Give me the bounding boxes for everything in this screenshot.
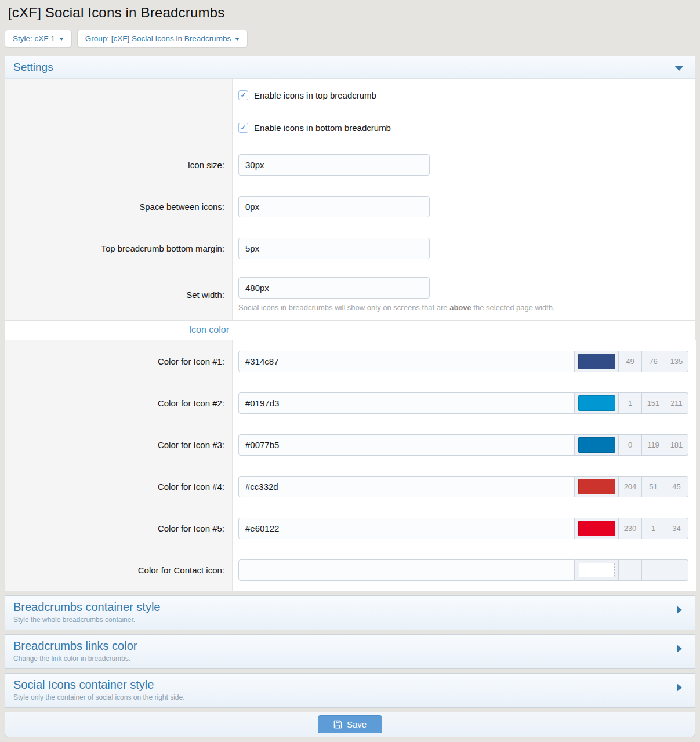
save-button[interactable]: Save <box>318 715 382 733</box>
form-row-color-4: Color for Icon #4: 204 51 45 <box>5 465 695 507</box>
rgb-r-value: 204 <box>619 476 642 497</box>
form-row-set-width: Set width: Social icons in breadcrumbs w… <box>5 269 695 320</box>
rgb-b-value: 34 <box>665 518 688 539</box>
field-label: Set width: <box>186 290 224 300</box>
rgb-b-value: 211 <box>665 392 688 414</box>
rgb-r-value: 0 <box>619 434 642 456</box>
color-picker-group: 1 151 211 <box>238 392 688 414</box>
section-title: Breadcrumbs container style <box>13 601 687 614</box>
field-label: Top breadcrumb bottom margin: <box>101 243 224 253</box>
field-label: Color for Contact icon: <box>138 565 224 575</box>
color-swatch <box>578 479 615 494</box>
section-title: Breadcrumbs links color <box>13 639 687 653</box>
space-between-icons-input[interactable] <box>238 196 430 217</box>
section-social-icons-container-style[interactable]: Social Icons container style Style only … <box>5 673 695 708</box>
color-swatch <box>578 437 615 453</box>
top-breadcrumb-bottom-margin-input[interactable] <box>238 238 430 259</box>
expand-right-icon[interactable] <box>677 606 682 614</box>
group-select-label: Group: [cXF] Social Icons in Breadcrumbs <box>85 34 231 43</box>
section-breadcrumbs-container-style[interactable]: Breadcrumbs container style Style the wh… <box>5 595 695 630</box>
caret-down-icon <box>59 38 64 41</box>
group-select-button[interactable]: Group: [cXF] Social Icons in Breadcrumbs <box>77 30 248 48</box>
form-row-enable-top: ✓ Enable icons in top breadcrumb <box>5 79 695 111</box>
color-picker-group: 0 119 181 <box>238 434 688 456</box>
color-2-swatch-cell[interactable] <box>575 392 619 414</box>
section-title: Social Icons container style <box>13 678 687 692</box>
rgb-b-value: 181 <box>665 434 688 456</box>
field-label: Space between icons: <box>139 202 224 212</box>
rgb-r-value: 1 <box>619 392 642 414</box>
collapse-down-icon[interactable] <box>674 66 684 71</box>
rgb-b-value: 45 <box>665 476 688 497</box>
contact-color-swatch-cell[interactable] <box>575 559 619 581</box>
save-button-label: Save <box>347 719 367 729</box>
icon-color-title: Icon color <box>5 325 229 335</box>
color-1-hex-input[interactable] <box>238 351 575 372</box>
section-description: Style only the container of social icons… <box>13 693 687 701</box>
toolbar: Style: cXF 1 Group: [cXF] Social Icons i… <box>5 30 695 48</box>
section-description: Change the link color in breadcrumbs. <box>13 654 687 663</box>
rgb-r-value: 49 <box>619 351 642 372</box>
checkbox-icon: ✓ <box>238 123 248 133</box>
form-row-color-3: Color for Icon #3: 0 119 181 <box>5 424 695 465</box>
form-row-color-1: Color for Icon #1: 49 76 135 <box>5 340 695 382</box>
checkmark-icon: ✓ <box>240 124 246 131</box>
color-2-hex-input[interactable] <box>238 392 575 414</box>
checkbox-label: Enable icons in top breadcrumb <box>254 90 376 100</box>
color-4-swatch-cell[interactable] <box>575 476 619 497</box>
form-row-enable-bottom: ✓ Enable icons in bottom breadcrumb <box>5 111 695 144</box>
empty-color-swatch <box>579 563 615 577</box>
rgb-g-value <box>642 559 665 581</box>
field-label: Color for Icon #1: <box>158 357 224 366</box>
form-row-color-2: Color for Icon #2: 1 151 211 <box>5 382 695 424</box>
color-3-hex-input[interactable] <box>238 434 575 456</box>
field-label: Color for Icon #3: <box>158 440 224 450</box>
section-breadcrumbs-links-color[interactable]: Breadcrumbs links color Change the link … <box>5 634 695 669</box>
color-5-hex-input[interactable] <box>238 518 575 539</box>
checkmark-icon: ✓ <box>240 92 246 99</box>
color-swatch <box>578 395 615 411</box>
page-title: [cXF] Social Icons in Breadcrumbs <box>5 3 695 21</box>
set-width-explanation: Social icons in breadcrumbs will show on… <box>238 303 687 312</box>
expand-right-icon[interactable] <box>677 645 682 653</box>
checkbox-label: Enable icons in bottom breadcrumb <box>254 123 391 133</box>
form-row-color-5: Color for Icon #5: 230 1 34 <box>5 507 695 549</box>
field-label: Color for Icon #5: <box>158 523 224 533</box>
color-4-hex-input[interactable] <box>238 476 575 497</box>
checkbox-icon: ✓ <box>238 90 248 100</box>
field-label: Color for Icon #2: <box>158 398 224 408</box>
icon-size-input[interactable] <box>238 154 430 176</box>
color-picker-group <box>238 559 688 581</box>
settings-panel: Settings ✓ Enable icons in top breadcrum… <box>5 56 695 591</box>
rgb-b-value <box>665 559 688 581</box>
color-3-swatch-cell[interactable] <box>575 434 619 456</box>
floppy-save-icon <box>333 720 342 729</box>
style-select-label: Style: cXF 1 <box>13 34 55 43</box>
color-picker-group: 204 51 45 <box>238 476 688 497</box>
rgb-r-value: 230 <box>619 518 642 539</box>
settings-section-header[interactable]: Settings <box>5 56 695 79</box>
rgb-g-value: 119 <box>642 434 665 456</box>
form-row-space-between: Space between icons: <box>5 186 695 227</box>
color-picker-group: 49 76 135 <box>238 351 688 372</box>
color-swatch <box>578 354 615 369</box>
rgb-b-value: 135 <box>665 351 688 372</box>
enable-top-breadcrumb-checkbox[interactable]: ✓ Enable icons in top breadcrumb <box>238 90 687 100</box>
save-bar: Save <box>5 712 695 737</box>
expand-right-icon[interactable] <box>677 683 682 692</box>
set-width-input[interactable] <box>238 277 430 299</box>
color-1-swatch-cell[interactable] <box>575 351 619 372</box>
color-swatch <box>578 521 615 536</box>
style-select-button[interactable]: Style: cXF 1 <box>5 30 72 48</box>
form-row-bottom-margin: Top breadcrumb bottom margin: <box>5 227 695 269</box>
section-description: Style the whole breadcrumbs container. <box>13 616 687 624</box>
rgb-g-value: 76 <box>642 351 665 372</box>
icon-color-subsection-header: Icon color <box>5 320 695 340</box>
color-5-swatch-cell[interactable] <box>575 518 619 539</box>
field-label: Color for Icon #4: <box>158 482 224 492</box>
page: [cXF] Social Icons in Breadcrumbs Style:… <box>0 0 700 737</box>
enable-bottom-breadcrumb-checkbox[interactable]: ✓ Enable icons in bottom breadcrumb <box>238 123 687 133</box>
caret-down-icon <box>235 38 240 41</box>
form-row-color-contact: Color for Contact icon: <box>5 549 695 591</box>
contact-color-hex-input[interactable] <box>238 559 575 581</box>
